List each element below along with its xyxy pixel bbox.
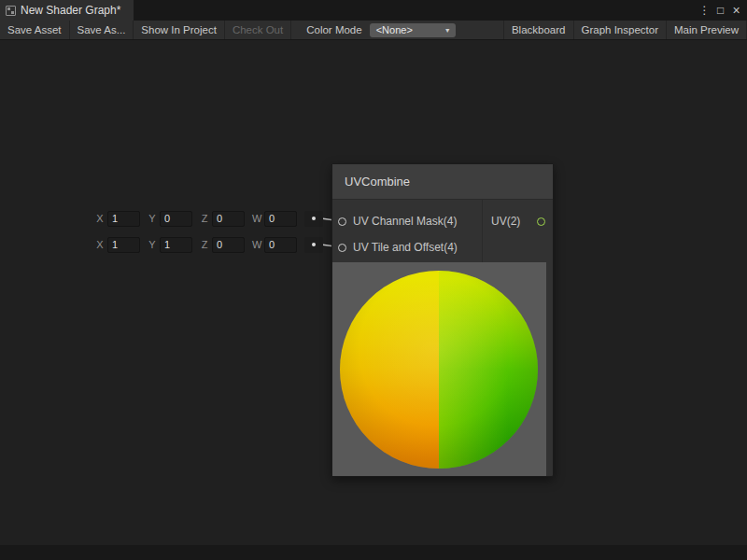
input-port-icon[interactable] — [338, 217, 346, 226]
maximize-icon[interactable]: □ — [712, 4, 728, 17]
kebab-menu-icon[interactable]: ⋮ — [697, 4, 712, 17]
axis-label-y: Y — [148, 239, 157, 250]
show-in-project-button[interactable]: Show In Project — [134, 21, 225, 39]
tab-title: New Shader Graph* — [21, 4, 120, 17]
output-port-label: UV(2) — [491, 215, 520, 228]
chevron-down-icon: ▼ — [444, 27, 451, 34]
vector-y-input[interactable] — [160, 211, 192, 227]
axis-label-w: W — [252, 239, 261, 250]
input-port-uv-tile-offset[interactable]: UV Tile and Offset(4) — [332, 234, 482, 260]
color-mode-value: <None> — [376, 24, 413, 35]
vector-x-input[interactable] — [107, 211, 140, 227]
save-asset-button[interactable]: Save Asset — [0, 21, 70, 39]
input-port-uv-channel-mask[interactable]: UV Channel Mask(4) — [332, 208, 482, 234]
main-preview-button[interactable]: Main Preview — [667, 21, 747, 39]
vector-y-input[interactable] — [160, 237, 192, 253]
node-port-area: UV Channel Mask(4) UV Tile and Offset(4)… — [332, 200, 553, 262]
axis-label-x: X — [95, 213, 105, 224]
edge-connector[interactable] — [304, 211, 323, 227]
window-controls: ⋮ □ × — [697, 0, 747, 21]
axis-label-z: Z — [200, 239, 209, 250]
node-header[interactable]: UVCombine — [332, 164, 553, 200]
uvcombine-node[interactable]: UVCombine UV Channel Mask(4) UV Tile and… — [331, 163, 554, 477]
graph-inspector-button[interactable]: Graph Inspector — [574, 21, 667, 39]
output-port-icon[interactable] — [537, 217, 545, 226]
axis-label-x: X — [95, 239, 105, 250]
color-mode-dropdown[interactable]: <None> ▼ — [370, 23, 456, 37]
toolbar: Save Asset Save As... Show In Project Ch… — [0, 21, 747, 40]
blackboard-button[interactable]: Blackboard — [503, 21, 574, 39]
toolbar-spacer — [461, 21, 503, 39]
vector-z-input[interactable] — [212, 211, 245, 227]
node-outputs: UV(2) — [482, 200, 553, 262]
vector4-input-row: X Y Z W — [95, 236, 323, 253]
axis-label-z: Z — [200, 213, 209, 224]
input-port-icon[interactable] — [338, 244, 346, 252]
connector-dot-icon — [312, 243, 316, 246]
vector-x-input[interactable] — [107, 237, 140, 253]
axis-label-y: Y — [148, 213, 157, 224]
vector4-input-row: X Y Z W — [95, 210, 323, 227]
status-bar — [0, 545, 747, 560]
output-port-uv[interactable]: UV(2) — [483, 208, 553, 234]
edge-connector[interactable] — [304, 237, 323, 253]
graph-canvas[interactable]: X Y Z W X Y Z W UVCombine — [0, 40, 747, 560]
node-inputs: UV Channel Mask(4) UV Tile and Offset(4) — [332, 200, 482, 262]
axis-label-w: W — [252, 213, 261, 224]
tab-bar: New Shader Graph* ⋮ □ × — [0, 0, 747, 21]
node-title: UVCombine — [345, 175, 410, 189]
vector-z-input[interactable] — [212, 237, 245, 253]
node-preview — [332, 262, 546, 476]
preview-sphere — [340, 271, 538, 469]
input-port-label: UV Channel Mask(4) — [353, 215, 457, 228]
tab-new-shader-graph[interactable]: New Shader Graph* — [0, 0, 134, 21]
input-port-label: UV Tile and Offset(4) — [353, 241, 458, 254]
check-out-button[interactable]: Check Out — [225, 21, 291, 39]
save-as-button[interactable]: Save As... — [70, 21, 134, 39]
connector-dot-icon — [312, 217, 316, 220]
close-icon[interactable]: × — [728, 3, 744, 18]
color-mode-label: Color Mode — [291, 21, 369, 39]
shader-graph-icon — [6, 6, 16, 16]
vector-w-input[interactable] — [264, 237, 297, 253]
sphere-shading — [340, 271, 538, 469]
vector-w-input[interactable] — [264, 211, 297, 227]
